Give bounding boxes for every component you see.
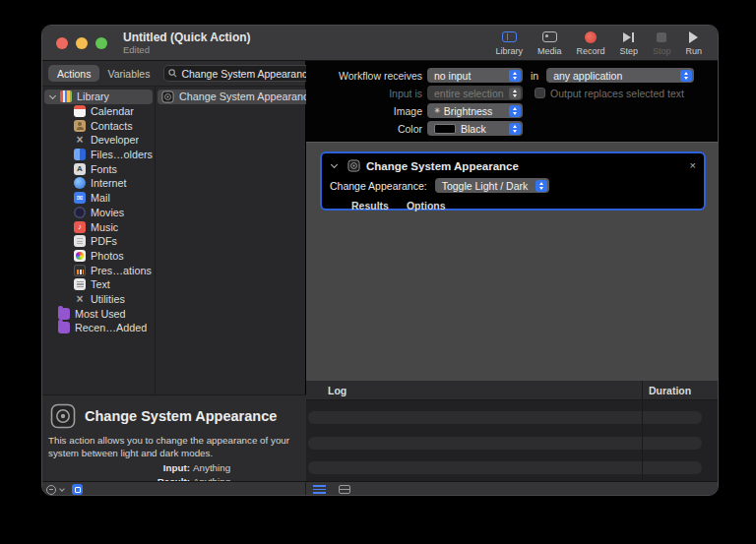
record-icon (585, 31, 597, 43)
change-appearance-label: Change Appearance: (330, 180, 427, 192)
stop-button[interactable]: Stop (653, 30, 671, 56)
image-popup[interactable]: ✳ Brightness (427, 103, 523, 118)
presentations-icon (74, 265, 86, 276)
tab-actions[interactable]: Actions (48, 65, 99, 82)
sidebar-item-pdfs[interactable]: PDFs (44, 234, 153, 249)
category-column: Library Calendar Contacts Developer File… (42, 87, 156, 394)
window-title-group: Untitled (Quick Action) Edited (123, 31, 251, 55)
text-document-icon (74, 278, 86, 290)
image-label: Image (306, 105, 422, 117)
popup-stepper-icon (509, 105, 521, 117)
log-row (308, 461, 702, 474)
description-title: Change System Appearance (85, 408, 277, 424)
description-body: This action allows you to change the app… (42, 429, 306, 460)
duration-column-header: Duration (649, 385, 691, 396)
show-variables-toggle-icon[interactable] (339, 485, 350, 494)
status-bar-right (306, 482, 719, 496)
sidebar-item-mail[interactable]: Mail (44, 191, 153, 206)
media-icon (542, 31, 557, 42)
workflow-canvas: Change System Appearance × Change Appear… (306, 142, 719, 381)
close-action-icon[interactable]: × (690, 160, 696, 171)
results-disclosure[interactable]: Results (351, 200, 389, 212)
popup-stepper-icon (509, 70, 521, 82)
actions-result-column: Change System Appearance (156, 87, 316, 394)
action-result-item[interactable]: Change System Appearance (158, 90, 314, 104)
workflow-receives-popup[interactable]: no input (427, 68, 523, 83)
step-button[interactable]: Step (619, 30, 638, 56)
chevron-down-icon[interactable] (59, 486, 65, 492)
log-row (308, 411, 702, 424)
in-application-popup[interactable]: any application (546, 68, 694, 83)
log-table-body (306, 400, 719, 480)
calendar-icon (74, 105, 86, 117)
sidebar-item-most-used[interactable]: Most Used (44, 306, 153, 321)
library-columns: Library Calendar Contacts Developer File… (42, 87, 306, 394)
zoom-window-button[interactable] (95, 37, 107, 49)
sidebar-item-library[interactable]: Library (44, 90, 153, 104)
popup-stepper-icon (536, 180, 547, 192)
workflow-options-panel: Workflow receives no input in any applic… (306, 61, 719, 142)
sidebar-item-internet[interactable]: Internet (44, 176, 153, 191)
titlebar: Untitled (Quick Action) Edited Library M… (42, 26, 718, 61)
sidebar-item-utilities[interactable]: Utilities (44, 292, 153, 307)
smart-folder-icon (58, 308, 70, 320)
sidebar-item-presentations[interactable]: Pres…ations (44, 263, 153, 277)
library-button[interactable]: Library (495, 30, 523, 56)
action-block-change-system-appearance[interactable]: Change System Appearance × Change Appear… (320, 151, 706, 211)
workflow-pane: Workflow receives no input in any applic… (306, 61, 719, 481)
media-button[interactable]: Media (537, 30, 562, 56)
sidebar-item-developer[interactable]: Developer (44, 133, 153, 148)
close-window-button[interactable] (56, 37, 68, 49)
toolbar: Library Media Record Step Stop Run (495, 30, 702, 56)
photos-icon (74, 250, 86, 262)
record-button[interactable]: Record (576, 30, 604, 56)
sidebar-item-photos[interactable]: Photos (44, 249, 153, 264)
run-button[interactable]: Run (685, 30, 702, 56)
log-table-header: Log Duration (306, 381, 719, 400)
step-icon (623, 30, 634, 43)
sidebar-item-recently-added[interactable]: Recen…Added (44, 321, 153, 335)
sidebar-item-text[interactable]: Text (44, 277, 153, 292)
action-description-panel: Change System Appearance This action all… (42, 394, 306, 481)
log-row (308, 437, 702, 450)
output-replaces-checkbox[interactable] (535, 88, 545, 98)
in-label: in (531, 70, 538, 82)
input-is-popup[interactable]: entire selection (427, 86, 523, 100)
popup-stepper-icon (509, 123, 521, 135)
disclosure-chevron-icon[interactable] (49, 92, 56, 99)
minimize-window-button[interactable] (76, 37, 88, 49)
music-note-icon (74, 221, 86, 233)
sidebar-item-fonts[interactable]: Fonts (44, 161, 153, 176)
globe-icon (74, 177, 86, 189)
remove-action-icon[interactable] (46, 485, 56, 495)
sidebar-item-movies[interactable]: Movies (44, 206, 153, 220)
pdf-document-icon (74, 235, 86, 247)
search-input[interactable] (181, 68, 314, 80)
change-appearance-icon-large (50, 403, 76, 429)
traffic-lights (56, 37, 107, 49)
status-bar (42, 481, 719, 496)
sidebar-item-files-folders[interactable]: Files…olders (44, 148, 153, 162)
mail-icon (74, 192, 86, 204)
action-disclosure-chevron-icon[interactable] (331, 161, 338, 168)
sidebar-item-contacts[interactable]: Contacts (44, 118, 153, 133)
options-disclosure[interactable]: Options (407, 200, 446, 212)
input-label: Input: (42, 462, 190, 473)
sidebar-item-music[interactable]: Music (44, 219, 153, 234)
appearance-mode-popup[interactable]: Toggle Light / Dark (435, 178, 550, 193)
library-books-icon (60, 91, 72, 102)
utilities-tools-icon (74, 293, 86, 305)
sidebar-item-calendar[interactable]: Calendar (44, 104, 153, 119)
popup-stepper-icon (680, 70, 692, 82)
media-browser-toggle-icon[interactable] (72, 484, 83, 495)
workflow-receives-label: Workflow receives (306, 70, 422, 82)
column-divider (642, 400, 643, 480)
color-popup[interactable]: Black (427, 121, 523, 136)
change-appearance-icon (161, 91, 174, 103)
log-column-header: Log (306, 385, 346, 396)
brightness-icon: ✳ (434, 106, 441, 115)
action-block-title: Change System Appearance (366, 160, 519, 172)
run-icon (689, 31, 698, 43)
tab-variables[interactable]: Variables (99, 65, 158, 82)
show-log-toggle-icon[interactable] (313, 485, 326, 495)
